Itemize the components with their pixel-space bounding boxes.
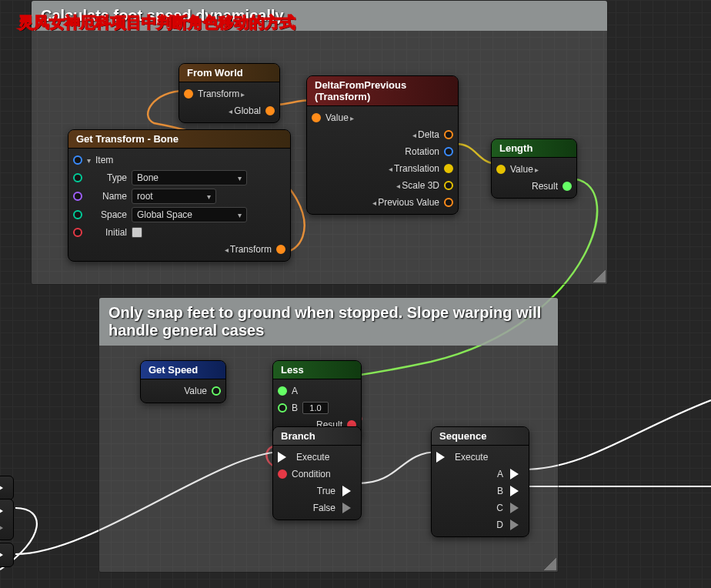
resize-handle-icon[interactable] bbox=[544, 558, 556, 570]
chevron-down-icon: ▾ bbox=[238, 174, 242, 182]
pin-out-transform[interactable] bbox=[276, 245, 285, 254]
chevron-down-icon[interactable]: ▾ bbox=[87, 156, 91, 165]
pin-label: Transform bbox=[198, 89, 245, 99]
pin-label: False bbox=[313, 503, 335, 513]
pin-in-value[interactable] bbox=[496, 165, 506, 174]
pin-out-translation[interactable] bbox=[444, 164, 453, 173]
pin-out-exec[interactable] bbox=[0, 523, 8, 533]
pin-out-global[interactable] bbox=[265, 106, 275, 115]
pin-label: Previous Value bbox=[372, 197, 439, 208]
node-length[interactable]: Length Value Result bbox=[491, 139, 577, 199]
pin-label: B bbox=[497, 486, 503, 496]
node-title: Sequence bbox=[432, 427, 529, 446]
node-sequence[interactable]: Sequence Execute A B C D bbox=[431, 426, 529, 537]
node-title: DeltaFromPrevious (Transform) bbox=[307, 76, 458, 106]
pin-label: Rotation bbox=[405, 146, 439, 157]
name-dropdown[interactable]: root ▾ bbox=[132, 189, 216, 204]
pin-label: A bbox=[497, 469, 503, 479]
pin-in-condition[interactable] bbox=[278, 469, 287, 479]
node-delta-from-previous[interactable]: DeltaFromPrevious (Transform) Value Delt… bbox=[306, 75, 459, 215]
pin-in-item[interactable] bbox=[73, 155, 82, 165]
pin-label: Execute bbox=[296, 452, 329, 463]
resize-handle-icon[interactable] bbox=[593, 270, 606, 282]
initial-checkbox[interactable] bbox=[132, 227, 142, 238]
dropdown-value: root bbox=[137, 191, 153, 202]
node-less[interactable]: Less A B Result bbox=[272, 360, 362, 437]
node-title: Less bbox=[273, 361, 361, 379]
dropdown-value: Global Space bbox=[137, 209, 192, 220]
edge-node-2[interactable] bbox=[0, 499, 14, 540]
pin-out-exec[interactable] bbox=[0, 506, 8, 516]
field-label: Space bbox=[87, 209, 127, 220]
pin-out-a[interactable] bbox=[510, 469, 524, 479]
pin-label: Execute bbox=[455, 452, 488, 463]
pin-in-initial[interactable] bbox=[73, 228, 82, 237]
type-dropdown[interactable]: Bone ▾ bbox=[132, 170, 247, 185]
pin-out-previous[interactable] bbox=[444, 198, 453, 207]
node-title: From World bbox=[179, 64, 279, 82]
pin-out-rotation[interactable] bbox=[444, 147, 453, 156]
node-get-transform-bone[interactable]: Get Transform - Bone ▾ Item Type Bone ▾ … bbox=[68, 129, 291, 262]
pin-label: D bbox=[496, 520, 503, 530]
pin-label: Result bbox=[532, 181, 558, 192]
pin-label: Global bbox=[229, 105, 261, 116]
node-title: Branch bbox=[273, 427, 361, 446]
pin-label: A bbox=[292, 386, 298, 396]
pin-out-exec[interactable] bbox=[0, 550, 8, 560]
pin-label: True bbox=[317, 486, 335, 496]
pin-label: Translation bbox=[389, 163, 439, 174]
pin-out-d[interactable] bbox=[510, 520, 524, 530]
edge-node-1[interactable] bbox=[0, 476, 14, 500]
pin-out-true[interactable] bbox=[342, 486, 356, 496]
node-title: Get Speed bbox=[141, 361, 225, 379]
pin-label: Value bbox=[184, 386, 207, 396]
pin-in-execute[interactable] bbox=[436, 452, 450, 463]
watermark-text: 灵风女神厄科项目中判断角色移动的方式 bbox=[18, 12, 295, 33]
node-from-world[interactable]: From World Transform Global bbox=[179, 63, 280, 123]
pin-in-type[interactable] bbox=[73, 173, 82, 182]
pin-in-name[interactable] bbox=[73, 192, 82, 201]
pin-out-false[interactable] bbox=[342, 503, 356, 513]
pin-label: Transform bbox=[225, 244, 272, 255]
node-branch[interactable]: Branch Execute Condition True False bbox=[272, 426, 362, 520]
pin-in-b[interactable] bbox=[278, 403, 287, 413]
pin-out-scale3d[interactable] bbox=[444, 181, 453, 190]
b-value-input[interactable] bbox=[302, 402, 329, 414]
pin-label: Value bbox=[325, 112, 354, 123]
pin-in-value[interactable] bbox=[312, 113, 321, 122]
field-label: Type bbox=[87, 172, 127, 183]
pin-in-a[interactable] bbox=[278, 386, 287, 396]
pin-label: Delta bbox=[412, 129, 439, 140]
pin-out-result[interactable] bbox=[562, 182, 572, 191]
chevron-down-icon: ▾ bbox=[207, 192, 211, 201]
pin-in-space[interactable] bbox=[73, 210, 82, 219]
node-title: Get Transform - Bone bbox=[68, 130, 290, 149]
pin-out-b[interactable] bbox=[510, 486, 524, 496]
edge-node-3[interactable] bbox=[0, 543, 14, 567]
pin-label: Condition bbox=[292, 469, 331, 479]
pin-label: Item bbox=[95, 155, 113, 165]
chevron-down-icon: ▾ bbox=[238, 211, 242, 219]
space-dropdown[interactable]: Global Space ▾ bbox=[132, 207, 247, 222]
pin-in-execute[interactable] bbox=[278, 452, 292, 463]
pin-in-transform[interactable] bbox=[184, 89, 193, 99]
pin-label: Scale 3D bbox=[396, 180, 439, 191]
field-label: Name bbox=[87, 191, 127, 202]
pin-out-c[interactable] bbox=[510, 503, 524, 513]
pin-out-delta[interactable] bbox=[444, 130, 453, 139]
pin-label: B bbox=[292, 403, 298, 413]
pin-label: C bbox=[496, 503, 503, 513]
dropdown-value: Bone bbox=[137, 172, 159, 183]
pin-out-exec[interactable] bbox=[0, 483, 8, 493]
pin-label: Value bbox=[510, 164, 539, 175]
pin-out-value[interactable] bbox=[212, 386, 221, 396]
field-label: Initial bbox=[87, 227, 127, 238]
comment-bottom-title[interactable]: Only snap feet to ground when stopped. S… bbox=[99, 298, 558, 346]
node-get-speed[interactable]: Get Speed Value bbox=[140, 360, 226, 403]
node-title: Length bbox=[492, 139, 576, 158]
